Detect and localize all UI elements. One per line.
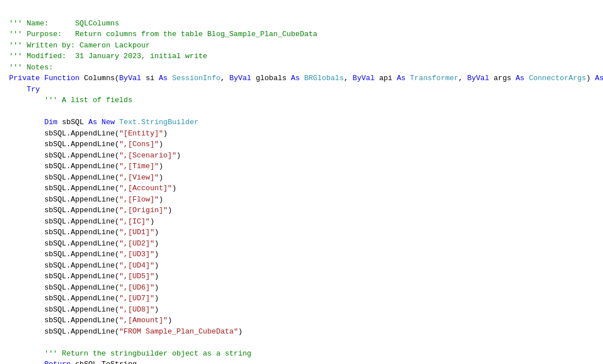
code-token: , (458, 74, 467, 82)
code-line: sbSQL.AppendLine(",[Scenario]") (9, 150, 594, 161)
code-token: ) (154, 283, 159, 292)
code-line: ''' Modified: 31 January 2023, initial w… (9, 51, 594, 62)
code-token: sbSQL.AppendLine( (9, 283, 119, 292)
code-token: ",[UD5]" (119, 272, 154, 280)
code-line: Return sbSQL.ToString (9, 359, 594, 364)
code-token: New (102, 118, 119, 126)
code-token: ",[UD6]" (119, 283, 154, 292)
code-token: sbSQL.AppendLine( (9, 294, 119, 302)
code-line: Try (9, 84, 594, 95)
code-line: ''' A list of fields (9, 95, 594, 106)
code-token: sbSQL.AppendLine( (9, 316, 119, 324)
code-token: sbSQL.AppendLine( (9, 261, 119, 270)
code-token: "FROM Sample_Plan_CubeData" (119, 327, 238, 336)
code-line (9, 106, 594, 117)
code-token: ) (159, 140, 163, 148)
code-token: ",[UD8]" (119, 305, 154, 314)
code-token: Try (9, 85, 40, 94)
code-token: ) (154, 272, 159, 280)
code-token: ",[UD7]" (119, 294, 154, 302)
code-token: Transformer (410, 74, 458, 82)
code-token: ''' Name: SQLColumns (9, 19, 119, 28)
code-token: ",[Account]" (119, 184, 172, 192)
code-token: "[Entity]" (119, 129, 163, 138)
code-token: ) (172, 184, 177, 192)
code-token: ByVal (229, 74, 256, 82)
code-token: As (88, 118, 101, 126)
code-token: ) (154, 228, 159, 236)
code-token: sbSQL.AppendLine( (9, 217, 119, 226)
code-token: ''' Notes: (9, 63, 53, 72)
code-line: ''' Name: SQLColumns (9, 18, 594, 29)
code-token: sbSQL.ToString (75, 360, 137, 364)
code-token: Function (44, 74, 84, 82)
code-token: As (159, 74, 172, 82)
code-token: ) (154, 294, 159, 302)
code-token: Private (9, 74, 44, 82)
code-token: ) (154, 261, 159, 270)
code-token: sbSQL.AppendLine( (9, 184, 119, 192)
code-token: ByVal (467, 74, 493, 82)
code-token: ) (150, 217, 155, 226)
code-token: As (595, 74, 603, 82)
code-token: SessionInfo (172, 74, 221, 82)
code-token: ) (238, 327, 243, 336)
code-token: ) (159, 173, 163, 182)
code-token: sbSQL.AppendLine( (9, 272, 119, 280)
code-token: sbSQL.AppendLine( (9, 250, 119, 258)
code-token: As (515, 74, 528, 82)
code-line: sbSQL.AppendLine(",[Account]") (9, 183, 594, 194)
code-line: sbSQL.AppendLine(",[UD5]") (9, 271, 594, 282)
code-token: si (146, 74, 159, 82)
code-line: sbSQL.AppendLine("FROM Sample_Plan_CubeD… (9, 326, 594, 337)
code-token (9, 360, 44, 364)
code-line: sbSQL.AppendLine(",[UD2]") (9, 238, 594, 249)
code-token: ",[Flow]" (119, 195, 159, 204)
code-token: sbSQL.AppendLine( (9, 206, 119, 214)
code-line: Private Function Columns(ByVal si As Ses… (9, 73, 594, 84)
code-token: ''' Modified: 31 January 2023, initial w… (9, 52, 207, 60)
code-line: ''' Written by: Cameron Lackpour (9, 40, 594, 51)
code-token: ) (159, 195, 163, 204)
code-token: ) (163, 129, 168, 138)
code-token: sbSQL.AppendLine( (9, 305, 119, 314)
code-line: sbSQL.AppendLine(",[UD6]") (9, 282, 594, 293)
code-token: ",[Cons]" (119, 140, 159, 148)
code-token: ",[UD1]" (119, 228, 154, 236)
code-token: sbSQL.AppendLine( (9, 140, 119, 148)
code-line: ''' Purpose: Return columns from the tab… (9, 29, 594, 40)
code-token: ) (176, 151, 181, 160)
code-token: ByVal (353, 74, 379, 82)
code-token: ) (154, 239, 159, 248)
code-token: Text.StringBuilder (119, 118, 198, 126)
code-line: sbSQL.AppendLine(",[UD7]") (9, 293, 594, 304)
code-token: ",[Time]" (119, 162, 159, 170)
code-container: ''' Name: SQLColumns''' Purpose: Return … (0, 5, 603, 364)
code-line: sbSQL.AppendLine(",[UD3]") (9, 249, 594, 260)
code-token: ''' A list of fields (9, 96, 132, 104)
code-token: sbSQL.AppendLine( (9, 239, 119, 248)
code-token: ",[Scenario]" (119, 151, 176, 160)
code-token: ",[IC]" (119, 217, 150, 226)
code-token: , (221, 74, 230, 82)
code-token: , (344, 74, 353, 82)
code-token: ",[Origin]" (119, 206, 168, 214)
code-token: ",[Amount]" (119, 316, 168, 324)
code-token: Return (44, 360, 75, 364)
code-token: ) (168, 316, 172, 324)
code-token: sbSQL.AppendLine( (9, 129, 119, 138)
code-token: Columns( (84, 74, 119, 82)
code-line (9, 337, 594, 348)
code-line: ''' Notes: (9, 62, 594, 73)
code-line: sbSQL.AppendLine(",[Cons]") (9, 139, 594, 150)
code-token: As (397, 74, 410, 82)
code-token: api (379, 74, 396, 82)
code-token: sbSQL.AppendLine( (9, 327, 119, 336)
code-token: ) (586, 74, 595, 82)
code-line: ''' Return the stringbuilder object as a… (9, 348, 594, 359)
code-token (9, 118, 44, 126)
code-token: sbSQL.AppendLine( (9, 173, 119, 182)
code-line: sbSQL.AppendLine(",[Time]") (9, 161, 594, 172)
code-token: As (291, 74, 304, 82)
code-token: sbSQL.AppendLine( (9, 162, 119, 170)
